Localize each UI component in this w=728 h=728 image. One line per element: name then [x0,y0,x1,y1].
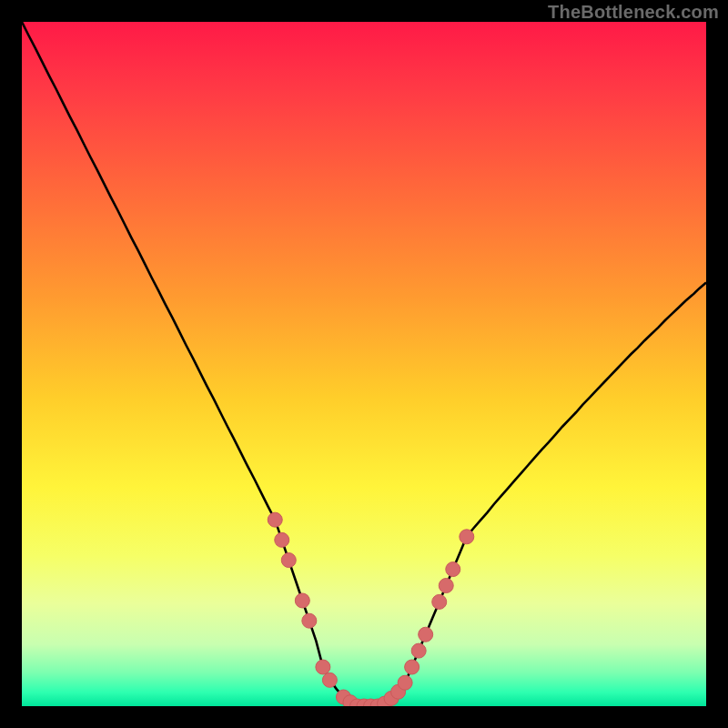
curve-marker [275,532,289,547]
curve-marker [268,512,282,527]
curve-marker [295,593,309,608]
bottleneck-curve [22,22,706,706]
curve-marker [446,562,460,577]
curve-marker [432,594,447,609]
curve-marker [281,553,296,568]
plot-area [22,22,706,706]
curve-marker [411,643,426,658]
curve-line [22,22,706,706]
curve-marker [419,627,433,642]
curve-marker [316,660,330,674]
curve-marker [460,530,474,544]
attribution-label: TheBottleneck.com [548,2,719,23]
curve-marker [302,613,317,628]
chart-frame: TheBottleneck.com [0,0,728,728]
curve-marker [398,675,412,690]
curve-marker [439,579,453,593]
curve-marker [405,660,420,674]
curve-markers [268,512,474,706]
curve-marker [322,672,337,687]
